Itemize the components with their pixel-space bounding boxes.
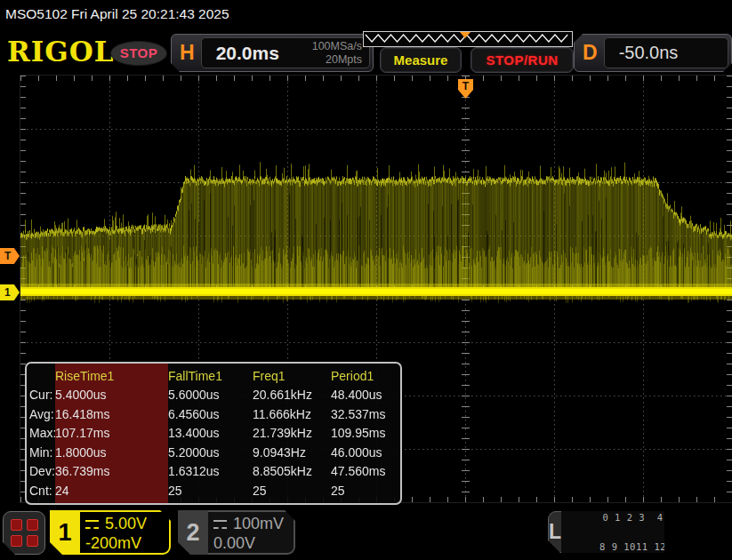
table-value: 48.400us: [331, 386, 397, 405]
channel2-offset: 0.00V: [213, 534, 255, 552]
measurement-table: RiseTime1 FallTime1 Freq1 Period1 Cur: 5…: [25, 362, 402, 505]
table-value: 20.661kHz: [253, 386, 331, 405]
delay-label: D: [575, 41, 604, 65]
table-value: 36.739ms: [55, 462, 168, 482]
table-value: 5.6000us: [168, 386, 253, 405]
table-value: 25: [331, 482, 397, 503]
table-corner: [27, 364, 55, 386]
table-value: 6.4560us: [168, 405, 253, 425]
dc-coupling-icon: [85, 520, 99, 529]
table-value: 5.4000us: [55, 386, 168, 405]
menu-grid-icon: [11, 519, 22, 531]
table-value: 1.8000us: [55, 444, 168, 463]
channel2-number: 2: [178, 510, 208, 555]
digital-channels-row1: 0 1 2 3 4 5 6 7: [602, 512, 699, 523]
row-label: Max:: [27, 424, 55, 444]
channel1-offset: -200mV: [85, 534, 141, 552]
horizontal-timebase-panel[interactable]: H 20.0ms 100MSa/s 20Mpts: [171, 34, 374, 72]
logic-analyzer-panel[interactable]: L 0 1 2 3 4 5 6 7 8 9 1011 12131415: [548, 511, 664, 553]
table-value: 107.17ms: [55, 424, 168, 444]
column-header: FallTime1: [168, 364, 253, 386]
trigger-position-pointer-icon: [460, 32, 471, 38]
table-value: 21.739kHz: [253, 424, 331, 444]
measure-button[interactable]: Measure: [380, 47, 462, 73]
stop-run-button[interactable]: STOP/RUN: [471, 47, 574, 73]
acquisition-state-badge: STOP: [110, 41, 167, 66]
trigger-delay-panel[interactable]: D -50.0ns: [574, 34, 732, 72]
table-value: 1.6312us: [168, 462, 253, 482]
row-label: Dev:: [27, 462, 55, 482]
logic-analyzer-label: L: [549, 520, 561, 544]
column-header: Freq1: [253, 364, 331, 386]
dc-coupling-icon: [213, 520, 227, 529]
trigger-level-marker[interactable]: T: [0, 248, 20, 264]
model-and-clock: MSO5102 Fri April 25 20:21:43 2025: [0, 0, 732, 28]
timebase-value: 20.0ms: [216, 43, 279, 64]
channel2-scale: 100mV: [233, 515, 284, 533]
row-label: Min:: [27, 444, 55, 463]
channel1-status-panel[interactable]: 1 5.00V -200mV: [50, 510, 171, 555]
row-label: Avg:: [27, 405, 55, 425]
table-value: 9.0943Hz: [253, 444, 331, 463]
horizontal-label: H: [172, 41, 201, 65]
table-value: 25: [253, 482, 331, 503]
sample-rate: 100MSa/s: [312, 40, 362, 52]
column-header: RiseTime1: [55, 364, 168, 386]
row-label: Cnt:: [27, 482, 55, 503]
menu-grid-icon: [11, 535, 22, 547]
table-value: 24: [55, 482, 168, 503]
channel1-scale: 5.00V: [105, 515, 147, 533]
table-value: 25: [168, 482, 253, 503]
channel1-ground-marker[interactable]: 1: [0, 284, 20, 300]
table-value: 46.000us: [331, 444, 397, 463]
menu-grid-button[interactable]: [3, 511, 45, 555]
table-value: 8.8505kHz: [253, 462, 331, 482]
channel1-number: 1: [50, 510, 80, 555]
memory-depth: 20Mpts: [326, 53, 362, 66]
table-value: 47.560ms: [331, 462, 397, 482]
rigol-logo: RIGOL: [7, 36, 115, 68]
channel2-status-panel[interactable]: 2 100mV 0.00V: [178, 510, 295, 555]
table-value: 11.666kHz: [253, 405, 331, 425]
menu-grid-icon: [27, 519, 38, 531]
menu-grid-icon: [27, 535, 38, 547]
table-value: 32.537ms: [331, 405, 397, 425]
table-value: 16.418ms: [55, 405, 168, 425]
sample-rate-block: 100MSa/s 20Mpts: [312, 40, 369, 67]
column-header: Period1: [331, 364, 397, 386]
digital-channel-numbers: 0 1 2 3 4 5 6 7 8 9 1011 12131415: [561, 493, 704, 560]
row-label: Cur:: [27, 386, 55, 405]
table-value: 5.2000us: [168, 444, 253, 463]
delay-value: -50.0ns: [619, 43, 679, 63]
oscilloscope-screen: MSO5102 Fri April 25 20:21:43 2025 RIGOL…: [0, 0, 732, 560]
table-value: 13.400us: [168, 424, 253, 444]
table-value: 109.95ms: [331, 424, 397, 444]
digital-channels-row2: 8 9 1011 12131415: [599, 541, 703, 552]
